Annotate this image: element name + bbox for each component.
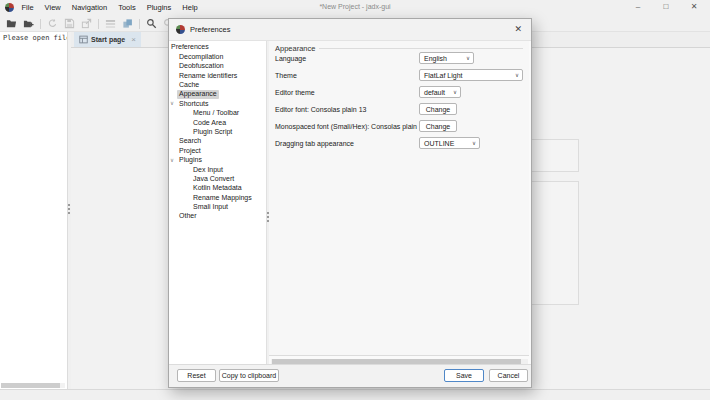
preferences-dialog: Preferences ✕ PreferencesDecompilationDe… — [168, 18, 532, 388]
dialog-close-icon[interactable]: ✕ — [514, 19, 522, 40]
tree-item-java-convert[interactable]: Java Convert — [169, 174, 266, 183]
menu-plugins[interactable]: Plugins — [141, 0, 177, 16]
tree-item-label: Preferences — [169, 43, 211, 52]
tree-item-kotlin-metadata[interactable]: Kotlin Metadata — [169, 184, 266, 193]
chevron-down-icon: ∨ — [472, 140, 476, 146]
save-all-icon[interactable] — [63, 17, 76, 30]
title-bar: FileViewNavigationToolsPluginsHelp *New … — [0, 0, 710, 16]
open-file-icon[interactable] — [5, 17, 18, 30]
splitter-grip-icon[interactable] — [68, 204, 70, 214]
theme-select[interactable]: FlatLaf Light∨ — [419, 69, 523, 81]
tree-item-label: Cache — [177, 81, 201, 90]
window-close-button[interactable]: ✕ — [680, 0, 708, 15]
tree-item-rename-identifiers[interactable]: Rename identifiers — [169, 71, 266, 80]
setting-label: Editor theme — [275, 89, 315, 96]
reset-button[interactable]: Reset — [177, 369, 216, 382]
tree-item-code-area[interactable]: Code Area — [169, 118, 266, 127]
select-value: English — [420, 55, 459, 62]
open-file-hint: Please open file — [3, 34, 68, 42]
setting-label: Theme — [275, 72, 297, 79]
setting-label: Language — [275, 55, 306, 62]
chevron-down-icon: ∨ — [453, 89, 457, 95]
copy-to-clipboard-button[interactable]: Copy to clipboard — [219, 369, 279, 382]
tree-item-label: Deobfuscation — [177, 62, 226, 71]
preferences-tree: PreferencesDecompilationDeobfuscationRen… — [169, 41, 266, 364]
setting-row-monospaced-font-smali-hex-consolas-plain-13: Monospaced font (Smali/Hex): Consolas pl… — [275, 120, 525, 132]
tree-item-rename-mappings[interactable]: Rename Mappings — [169, 193, 266, 202]
chevron-down-icon[interactable]: ∨ — [170, 157, 174, 163]
tree-item-label: Plugin Script — [191, 128, 234, 137]
tree-item-label: Rename Mappings — [191, 194, 254, 203]
dialog-jadx-logo-icon — [176, 25, 185, 34]
tree-item-label: Search — [177, 137, 203, 146]
menu-help[interactable]: Help — [177, 0, 203, 16]
menu-bar-items: FileViewNavigationToolsPluginsHelp — [16, 0, 203, 16]
flat-packages-icon[interactable] — [104, 17, 117, 30]
tree-item-plugin-script[interactable]: Plugin Script — [169, 128, 266, 137]
window-minimize-button[interactable]: – — [624, 0, 652, 15]
tab-start-page[interactable]: Start page × — [74, 32, 141, 47]
tree-item-label: Other — [177, 212, 199, 221]
tree-item-smali-input[interactable]: Smali Input — [169, 203, 266, 212]
setting-row-dragging-tab-appearance: Dragging tab appearanceOUTLINE∨ — [275, 137, 525, 149]
tree-item-label: Java Convert — [191, 175, 236, 184]
export-icon[interactable] — [80, 17, 93, 30]
chevron-down-icon: ∨ — [515, 72, 519, 78]
setting-row-language: LanguageEnglish∨ — [275, 52, 525, 64]
start-page-icon — [79, 35, 88, 44]
tree-item-label: Plugins — [177, 156, 204, 165]
tree-item-label: Kotlin Metadata — [191, 184, 244, 193]
sync-with-editor-icon[interactable] — [121, 17, 134, 30]
tree-item-deobfuscation[interactable]: Deobfuscation — [169, 62, 266, 71]
tree-item-decompilation[interactable]: Decompilation — [169, 52, 266, 61]
setting-row-editor-theme: Editor themedefault∨ — [275, 86, 525, 98]
monospaced-font-change-button[interactable]: Change — [419, 120, 457, 132]
editor-font-change-button[interactable]: Change — [419, 103, 457, 115]
menu-tools[interactable]: Tools — [113, 0, 142, 16]
menu-view[interactable]: View — [39, 0, 66, 16]
menu-file[interactable]: File — [16, 0, 39, 16]
language-select[interactable]: English∨ — [419, 52, 474, 64]
chevron-down-icon[interactable]: ∨ — [170, 100, 174, 106]
tree-item-label: Dex Input — [191, 166, 225, 175]
select-value: FlatLaf Light — [420, 72, 475, 79]
window-maximize-button[interactable]: □ — [652, 0, 680, 15]
add-files-icon[interactable] — [22, 17, 35, 30]
tree-item-dex-input[interactable]: Dex Input — [169, 165, 266, 174]
toolbar-separator — [139, 19, 140, 29]
text-search-icon[interactable] — [145, 17, 158, 30]
tree-item-project[interactable]: Project — [169, 146, 266, 155]
save-button[interactable]: Save — [444, 369, 484, 382]
group-divider — [319, 48, 523, 49]
tree-item-label: Project — [177, 147, 203, 156]
tree-item-menu-toolbar[interactable]: Menu / Toolbar — [169, 109, 266, 118]
editor-theme-select[interactable]: default∨ — [419, 86, 461, 98]
setting-row-theme: ThemeFlatLaf Light∨ — [275, 69, 525, 81]
dialog-button-bar: Reset Copy to clipboard Save Cancel — [169, 364, 531, 387]
tree-item-shortcuts[interactable]: ∨Shortcuts — [169, 99, 266, 108]
appearance-settings-panel: Appearance LanguageEnglish∨ThemeFlatLaf … — [269, 41, 529, 356]
tree-item-cache[interactable]: Cache — [169, 81, 266, 90]
menu-navigation[interactable]: Navigation — [66, 0, 112, 16]
dialog-title-bar: Preferences ✕ — [169, 19, 531, 41]
tree-item-label: Code Area — [191, 119, 228, 128]
cancel-button[interactable]: Cancel — [489, 369, 528, 382]
tree-item-plugins[interactable]: ∨Plugins — [169, 156, 266, 165]
tree-item-preferences[interactable]: Preferences — [169, 43, 266, 52]
toolbar-separator — [40, 19, 41, 29]
tree-item-label: Rename identifiers — [177, 72, 239, 81]
tree-item-appearance[interactable]: Appearance — [169, 90, 266, 99]
tree-item-label: Decompilation — [177, 53, 225, 62]
select-value: default — [420, 89, 457, 96]
tab-start-page-label: Start page — [91, 36, 125, 43]
tree-item-search[interactable]: Search — [169, 137, 266, 146]
window-controls: – □ ✕ — [624, 0, 708, 15]
tree-item-other[interactable]: Other — [169, 212, 266, 221]
dragging-tab-select[interactable]: OUTLINE∨ — [419, 137, 480, 149]
reload-icon[interactable] — [46, 17, 59, 30]
toolbar-separator — [98, 19, 99, 29]
tab-close-icon[interactable]: × — [131, 36, 136, 44]
project-tree-panel: Please open file — [0, 32, 68, 389]
setting-label: Monospaced font (Smali/Hex): Consolas pl… — [275, 123, 427, 130]
tree-scrollbar-thumb[interactable] — [1, 383, 60, 388]
